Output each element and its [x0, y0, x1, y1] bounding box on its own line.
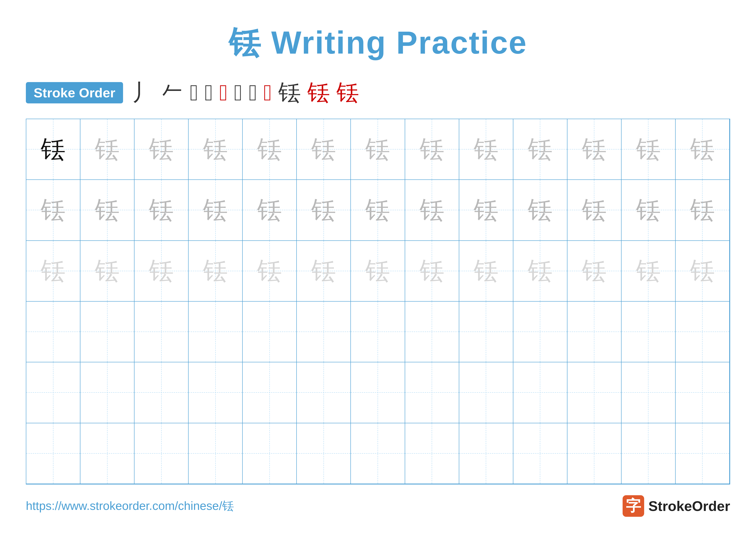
grid-cell[interactable]: 铥: [134, 119, 189, 180]
grid-cell[interactable]: 铥: [134, 180, 189, 241]
grid-cell[interactable]: 铥: [567, 241, 622, 302]
grid-cell[interactable]: 铥: [80, 180, 134, 241]
grid-cell[interactable]: [243, 423, 297, 484]
grid-cell[interactable]: 铥: [243, 180, 297, 241]
grid-cell[interactable]: [513, 362, 567, 423]
grid-cell[interactable]: [676, 302, 730, 362]
grid-cell[interactable]: [513, 302, 567, 362]
footer: https://www.strokeorder.com/chinese/铥 字 …: [26, 495, 730, 517]
grid-cell[interactable]: [567, 302, 622, 362]
grid-cell[interactable]: 铥: [351, 180, 405, 241]
grid-cell[interactable]: [243, 302, 297, 362]
page-title: 铥 Writing Practice: [229, 21, 527, 64]
grid-cell[interactable]: 铥: [243, 241, 297, 302]
grid-cell[interactable]: [80, 423, 134, 484]
grid-cell[interactable]: 铥: [405, 119, 459, 180]
grid-cell[interactable]: 铥: [567, 119, 622, 180]
grid-cell[interactable]: [676, 362, 730, 423]
grid-cell[interactable]: [567, 423, 622, 484]
grid-cell[interactable]: [134, 302, 189, 362]
grid-cell[interactable]: 铥: [189, 180, 243, 241]
grid-cell[interactable]: [622, 423, 676, 484]
title-char: 铥: [229, 25, 261, 60]
grid-cell[interactable]: [134, 423, 189, 484]
grid-cell[interactable]: [297, 423, 351, 484]
grid-cell[interactable]: [676, 423, 730, 484]
grid-cell[interactable]: [297, 362, 351, 423]
grid-cell[interactable]: [351, 423, 405, 484]
grid-cell[interactable]: 铥: [405, 241, 459, 302]
grid-cell[interactable]: 铥: [676, 241, 730, 302]
title-text: Writing Practice: [271, 25, 527, 60]
grid-cell[interactable]: 铥: [676, 119, 730, 180]
grid-cell[interactable]: 铥: [676, 180, 730, 241]
grid-cell[interactable]: 铥: [189, 241, 243, 302]
brand-icon: 字: [623, 495, 644, 517]
stroke-chars: 丿 𠂉 𠃊 𠄌 𠃋 𠁻 𠃑 𠄐 铥 铥 铥: [132, 78, 359, 108]
footer-brand: 字 StrokeOrder: [623, 495, 730, 517]
stroke-order-row: Stroke Order 丿 𠂉 𠃊 𠄌 𠃋 𠁻 𠃑 𠄐 铥 铥 铥: [26, 78, 730, 108]
stroke-2: 𠂉: [161, 80, 183, 106]
brand-name: StrokeOrder: [648, 498, 730, 514]
grid-cell[interactable]: 铥: [622, 241, 676, 302]
grid-cell[interactable]: [405, 423, 459, 484]
grid-cell[interactable]: 铥: [459, 241, 513, 302]
stroke-6: 𠁻: [234, 80, 242, 106]
grid-cell[interactable]: [622, 302, 676, 362]
grid-cell[interactable]: [26, 302, 80, 362]
grid-cell[interactable]: 铥: [80, 241, 134, 302]
grid-cell[interactable]: [567, 362, 622, 423]
grid-cell[interactable]: 铥: [134, 241, 189, 302]
grid-cell[interactable]: [405, 302, 459, 362]
practice-grid: 铥铥铥铥铥铥铥铥铥铥铥铥铥铥铥铥铥铥铥铥铥铥铥铥铥铥铥铥铥铥铥铥铥铥铥铥铥铥铥: [26, 119, 730, 484]
grid-cell[interactable]: 铥: [513, 119, 567, 180]
grid-cell[interactable]: [622, 362, 676, 423]
grid-cell[interactable]: 铥: [189, 119, 243, 180]
stroke-9: 铥: [278, 78, 301, 108]
grid-cell[interactable]: [405, 362, 459, 423]
stroke-order-badge: Stroke Order: [26, 82, 123, 103]
stroke-3: 𠃊: [190, 80, 198, 106]
grid-cell[interactable]: [26, 362, 80, 423]
grid-cell[interactable]: 铥: [26, 119, 80, 180]
grid-cell[interactable]: [459, 423, 513, 484]
grid-cell[interactable]: 铥: [243, 119, 297, 180]
grid-cell[interactable]: 铥: [26, 241, 80, 302]
stroke-11: 铥: [337, 78, 359, 108]
grid-cell[interactable]: [80, 362, 134, 423]
grid-cell[interactable]: 铥: [351, 241, 405, 302]
grid-cell[interactable]: 铥: [351, 119, 405, 180]
grid-cell[interactable]: 铥: [513, 241, 567, 302]
grid-cell[interactable]: [134, 362, 189, 423]
stroke-10: 铥: [307, 78, 330, 108]
grid-cell[interactable]: 铥: [622, 119, 676, 180]
grid-cell[interactable]: [80, 302, 134, 362]
grid-cell[interactable]: 铥: [513, 180, 567, 241]
stroke-8: 𠄐: [263, 80, 272, 106]
grid-cell[interactable]: 铥: [80, 119, 134, 180]
grid-cell[interactable]: 铥: [405, 180, 459, 241]
grid-cell[interactable]: [459, 302, 513, 362]
grid-cell[interactable]: [189, 302, 243, 362]
grid-cell[interactable]: [243, 362, 297, 423]
footer-url[interactable]: https://www.strokeorder.com/chinese/铥: [26, 498, 234, 514]
grid-cell[interactable]: [351, 362, 405, 423]
stroke-4: 𠄌: [204, 80, 213, 106]
stroke-5: 𠃋: [219, 80, 228, 106]
stroke-1: 丿: [132, 78, 154, 108]
grid-cell[interactable]: [297, 302, 351, 362]
grid-cell[interactable]: 铥: [459, 119, 513, 180]
grid-cell[interactable]: [351, 302, 405, 362]
grid-cell[interactable]: 铥: [297, 241, 351, 302]
grid-cell[interactable]: [189, 362, 243, 423]
grid-cell[interactable]: 铥: [297, 180, 351, 241]
grid-cell[interactable]: [513, 423, 567, 484]
grid-cell[interactable]: 铥: [26, 180, 80, 241]
grid-cell[interactable]: 铥: [567, 180, 622, 241]
grid-cell[interactable]: [26, 423, 80, 484]
grid-cell[interactable]: [189, 423, 243, 484]
grid-cell[interactable]: [459, 362, 513, 423]
grid-cell[interactable]: 铥: [622, 180, 676, 241]
grid-cell[interactable]: 铥: [297, 119, 351, 180]
grid-cell[interactable]: 铥: [459, 180, 513, 241]
